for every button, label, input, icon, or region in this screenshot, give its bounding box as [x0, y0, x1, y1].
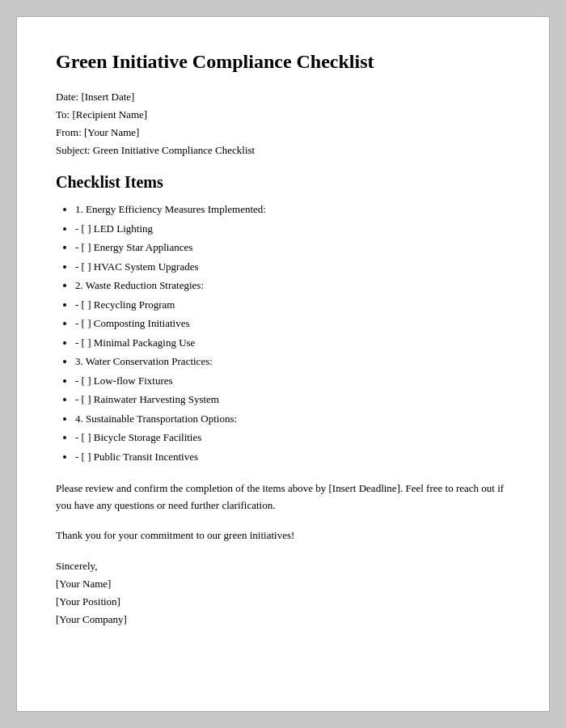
checklist-item: 3. Water Conservation Practices:	[75, 353, 510, 370]
date-line: Date: [Insert Date]	[56, 91, 510, 104]
checklist-heading: Checklist Items	[56, 173, 510, 192]
signature-name: [Your Name]	[56, 575, 510, 593]
document-page: Green Initiative Compliance Checklist Da…	[16, 16, 550, 712]
thank-you-text: Thank you for your commitment to our gre…	[56, 527, 510, 544]
checklist-item: - [ ] Composting Initiatives	[75, 315, 510, 332]
checklist-item: - [ ] HVAC System Upgrades	[75, 259, 510, 275]
checklist-item: - [ ] Minimal Packaging Use	[75, 335, 510, 351]
from-line: From: [Your Name]	[56, 126, 510, 139]
signature-block: Sincerely, [Your Name] [Your Position] […	[56, 557, 510, 629]
checklist-item: - [ ] Energy Star Appliances	[75, 239, 510, 256]
checklist-item: 1. Energy Efficiency Measures Implemente…	[75, 201, 510, 218]
to-line: To: [Recipient Name]	[56, 108, 510, 121]
body-paragraph: Please review and confirm the completion…	[56, 480, 510, 514]
checklist-item: - [ ] Bicycle Storage Facilities	[75, 430, 510, 446]
checklist-item: - [ ] LED Lighting	[75, 221, 510, 237]
checklist-item: - [ ] Public Transit Incentives	[75, 449, 510, 465]
checklist-item: 2. Waste Reduction Strategies:	[75, 277, 510, 294]
document-title: Green Initiative Compliance Checklist	[56, 49, 510, 74]
checklist-item: - [ ] Rainwater Harvesting System	[75, 392, 510, 408]
signature-position: [Your Position]	[56, 593, 510, 611]
checklist-list: 1. Energy Efficiency Measures Implemente…	[56, 201, 510, 464]
checklist-item: - [ ] Recycling Program	[75, 297, 510, 313]
checklist-item: - [ ] Low-flow Fixtures	[75, 373, 510, 389]
subject-line: Subject: Green Initiative Compliance Che…	[56, 144, 510, 157]
signature-company: [Your Company]	[56, 611, 510, 629]
meta-section: Date: [Insert Date] To: [Recipient Name]…	[56, 91, 510, 157]
checklist-item: 4. Sustainable Transportation Options:	[75, 411, 510, 427]
signature-closing: Sincerely,	[56, 557, 510, 575]
